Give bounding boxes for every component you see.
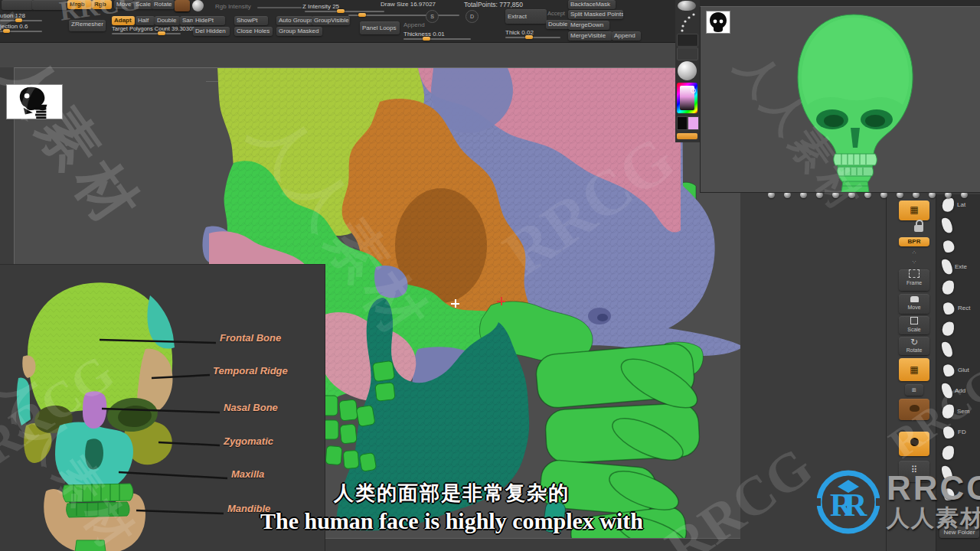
thickness-knob[interactable] — [423, 37, 430, 41]
subtool-row[interactable] — [936, 215, 980, 236]
half-button[interactable]: Half — [136, 16, 155, 25]
color-picker-cursor[interactable] — [691, 88, 696, 93]
projection-knob[interactable] — [3, 29, 10, 33]
rgb-intensity-track[interactable] — [257, 7, 302, 8]
solo-button[interactable] — [899, 432, 929, 456]
bone-thumbnail — [940, 403, 956, 420]
toolbar-button-misc1[interactable] — [2, 0, 34, 10]
rgb-button[interactable]: Rgb — [92, 0, 112, 9]
move-gizmo-button[interactable]: Move — [114, 0, 134, 9]
subtool-row[interactable] — [936, 318, 980, 339]
persp-toggle-icon[interactable]: ∴ — [899, 249, 929, 258]
thick-track[interactable] — [505, 37, 560, 38]
single-stamp-icon[interactable]: S — [426, 10, 439, 23]
local-symmetry-button[interactable]: ▦ — [899, 358, 929, 381]
group-masked-button[interactable]: Group Masked — [276, 27, 322, 36]
group-visible-button[interactable]: GroupVisible — [312, 16, 350, 25]
material-preview-sphere[interactable] — [678, 61, 697, 80]
subtool-row[interactable]: Glut — [936, 360, 980, 380]
close-holes-button[interactable]: Close Holes — [234, 27, 273, 36]
target-polygons-knob[interactable] — [158, 31, 165, 35]
resolution-knob[interactable] — [15, 18, 22, 22]
rgb-intensity-slider-label[interactable]: Rgb Intensity — [215, 3, 251, 10]
canvas-margin — [0, 43, 740, 67]
move-view-button[interactable]: Move — [899, 294, 929, 314]
rotate-view-button[interactable]: ↻ Rotate — [899, 337, 929, 355]
stroke-curve-icon[interactable] — [677, 11, 698, 33]
current-brush-thumbnail[interactable] — [175, 0, 190, 11]
backface-mask-button[interactable]: BackfaceMask — [568, 0, 616, 9]
label-zygomatic: Zygomatic — [224, 435, 273, 447]
material-sphere-icon[interactable] — [192, 0, 204, 11]
model-preview-panel[interactable] — [700, 6, 980, 193]
double-button[interactable]: Double — [155, 16, 180, 25]
adapt-button[interactable]: Adapt — [112, 16, 135, 25]
texture-thumbnail[interactable] — [677, 47, 698, 60]
subtool-row[interactable]: FD — [936, 422, 980, 442]
skull-silhouette-icon — [7, 85, 62, 119]
subtool-row[interactable]: Exte — [936, 256, 980, 277]
mrgb-button[interactable]: Mrgb — [67, 0, 92, 9]
subtool-row[interactable]: Sem — [936, 401, 980, 422]
toolbar-button-misc2[interactable] — [32, 0, 67, 10]
panel-loops-button[interactable]: Panel Loops — [360, 21, 400, 34]
rotate-gizmo-button[interactable]: Rotate — [152, 0, 175, 9]
z-intensity-track[interactable] — [305, 11, 384, 12]
draw-size-knob[interactable] — [358, 13, 366, 17]
append-mode-label[interactable]: Append — [403, 21, 425, 28]
append-subtool-button[interactable]: Append — [612, 31, 641, 41]
subtool-row[interactable]: Rect — [936, 298, 980, 318]
z-intensity-knob[interactable] — [337, 9, 345, 13]
pivot-marker — [497, 297, 505, 305]
hand-icon — [899, 294, 929, 305]
thickness-track[interactable] — [403, 38, 471, 40]
draw-size-slider-label[interactable]: Draw Size 16.97027 — [381, 1, 436, 8]
subtool-row[interactable]: Add — [936, 380, 980, 401]
showpt-button[interactable]: ShowPt — [234, 16, 268, 25]
gradient-switch-bar[interactable] — [677, 133, 697, 139]
label-frontal-bone: Frontal Bone — [220, 332, 281, 344]
target-polygons-slider-label[interactable]: Target Polygons Count 39.30305 — [112, 25, 195, 32]
polyframe-icon: ▦ — [899, 204, 929, 215]
frame-button[interactable]: Frame — [899, 269, 929, 291]
floor-toggle-icon[interactable]: ∵ — [899, 259, 929, 268]
bpr-button[interactable]: BPR — [899, 237, 929, 246]
secondary-color-swatch[interactable] — [677, 116, 688, 130]
subtool-row[interactable] — [936, 339, 980, 360]
preview-skull-thumbnail[interactable] — [706, 11, 730, 34]
main-color-swatch[interactable] — [688, 116, 699, 130]
scale-view-button[interactable]: Scale — [899, 316, 929, 334]
bone-thumbnail — [940, 320, 956, 337]
merge-visible-button[interactable]: MergeVisible — [568, 31, 612, 41]
double-stamp-icon[interactable]: D — [466, 10, 479, 23]
subtool-row[interactable] — [936, 442, 980, 463]
del-hidden-button[interactable]: Del Hidden — [193, 27, 230, 36]
zremesher-button[interactable]: ZRemesher — [69, 20, 106, 31]
scale-gizmo-button[interactable]: Scale — [133, 0, 153, 9]
skull-front-preview-model — [701, 7, 980, 192]
auto-groups-button[interactable]: Auto Groups — [276, 16, 313, 25]
alpha-thumbnail[interactable] — [677, 34, 698, 47]
logo-brand-text: RRCG — [887, 471, 980, 505]
bone-thumbnail — [941, 424, 956, 440]
thick-knob[interactable] — [525, 35, 533, 39]
transp-button[interactable]: ⊞ — [905, 384, 923, 396]
merge-down-button[interactable]: MergeDown — [568, 21, 609, 30]
rrcg-logo: R R RRCG 人人素材 — [813, 467, 980, 537]
label-maxilla: Maxilla — [231, 468, 264, 480]
reference-image-thumbnail[interactable] — [6, 84, 63, 119]
extract-button[interactable]: Extract — [505, 9, 547, 24]
anatomy-reference-panel: Frontal Bone Temporal Ridge Nasal Bone Z… — [0, 264, 325, 551]
subtool-row[interactable] — [936, 236, 980, 256]
brush-ball-icon[interactable] — [678, 1, 696, 11]
frame-icon — [899, 269, 929, 280]
hidept-button[interactable]: HidePt — [193, 16, 225, 25]
accept-label[interactable]: Accept — [547, 10, 565, 17]
ghost-button[interactable] — [899, 399, 929, 420]
split-masked-points-button[interactable]: Split Masked Points — [568, 10, 623, 19]
subtool-row[interactable] — [936, 277, 980, 298]
z-intensity-slider-label[interactable]: Z Intensity 25 — [302, 3, 339, 10]
polyframe-button[interactable]: ▦ — [899, 201, 929, 220]
color-picker[interactable] — [677, 83, 697, 113]
target-polygons-track[interactable] — [112, 33, 181, 34]
